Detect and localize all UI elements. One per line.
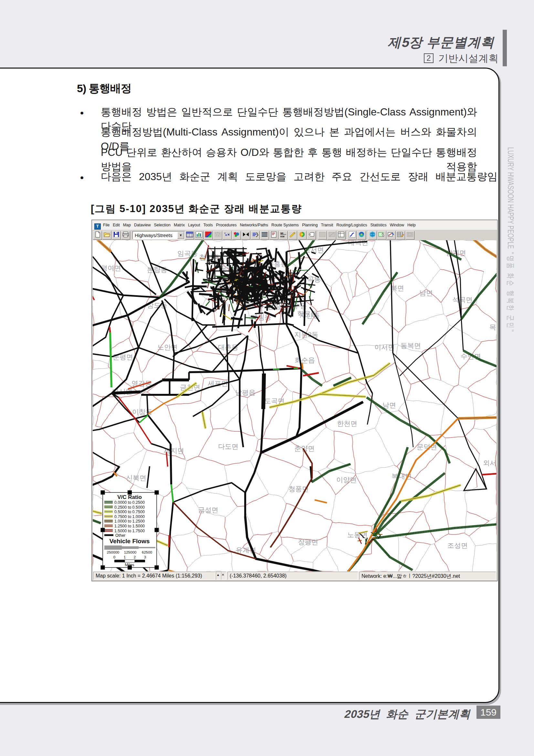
svg-text:1: 1 [124, 555, 126, 559]
svg-text:남면: 남면 [419, 289, 433, 297]
svg-text:한천면: 한천면 [337, 420, 357, 427]
svg-text:*: * [224, 232, 226, 236]
svg-text:문평면: 문평면 [113, 353, 133, 361]
svg-text:0: 0 [114, 555, 115, 559]
svg-text:Other: Other [115, 533, 125, 538]
svg-text:3: 3 [144, 555, 146, 559]
svg-text:신북면: 신북면 [126, 474, 146, 481]
svg-text:노안면: 노안면 [157, 343, 178, 351]
svg-text:금성면: 금성면 [198, 506, 218, 513]
svg-text:이양면: 이양면 [336, 476, 357, 483]
svg-text:1.5000 to 1.7500: 1.5000 to 1.7500 [114, 529, 145, 533]
svg-text:0.7500 to 1.0000: 0.7500 to 1.0000 [114, 514, 145, 519]
svg-text:본량동: 본량동 [147, 266, 167, 273]
svg-text:250000: 250000 [107, 550, 119, 554]
svg-text:125000: 125000 [124, 550, 136, 554]
svg-text:외서면: 외서면 [483, 459, 496, 467]
svg-text:이서면: 이서면 [374, 343, 395, 351]
svg-text:영강동: 영강동 [132, 380, 152, 387]
svg-text:2: 2 [134, 555, 136, 559]
svg-text:이창동: 이창동 [132, 408, 152, 416]
svg-text:0.5000 to 0.7500: 0.5000 to 0.7500 [114, 510, 145, 514]
svg-text:KM: KM [280, 235, 285, 238]
svg-text:석곡면: 석곡면 [452, 296, 472, 303]
svg-text:북면: 북면 [391, 284, 404, 292]
svg-text:장평면: 장평면 [298, 538, 318, 546]
svg-text:조성면: 조성면 [447, 542, 468, 549]
svg-text:62500: 62500 [142, 550, 152, 554]
svg-text:0.0000 to 0.2500: 0.0000 to 0.2500 [114, 500, 145, 505]
svg-text:1.2500 to 1.5000: 1.2500 to 1.5000 [114, 524, 145, 528]
svg-text:도곡면: 도곡면 [264, 397, 285, 405]
svg-text:V/C Ratio: V/C Ratio [117, 494, 142, 500]
svg-text:화순읍: 화순읍 [294, 356, 315, 364]
svg-text:다도면: 다도면 [218, 443, 239, 450]
svg-text:목사면: 목사면 [490, 323, 496, 331]
svg-text:Vehicle Flows: Vehicle Flows [110, 538, 150, 545]
svg-text:0.2500 to 0.5000: 0.2500 to 0.5000 [114, 505, 145, 510]
svg-text:지원2동: 지원2동 [294, 331, 318, 338]
svg-text:동복면: 동복면 [400, 342, 421, 349]
svg-text:남면: 남면 [383, 401, 396, 409]
svg-text:남평읍: 남평읍 [235, 389, 256, 396]
svg-text:1.0000 to 1.2500: 1.0000 to 1.2500 [114, 519, 145, 524]
